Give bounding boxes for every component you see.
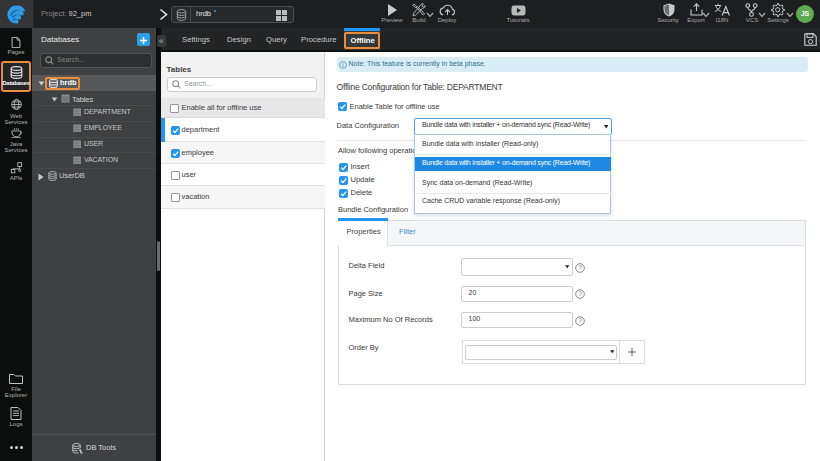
svg-text:?: ? bbox=[578, 317, 582, 324]
svg-text:?: ? bbox=[578, 291, 582, 298]
svg-text:?: ? bbox=[578, 264, 582, 271]
